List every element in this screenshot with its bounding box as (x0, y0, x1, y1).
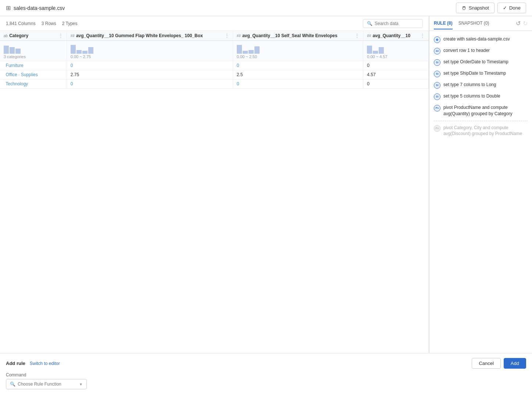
col-header-avg1: ##avg_Quantity__10 Gummed Flap White Env… (67, 31, 233, 41)
histogram-avg2-label: 0.00 ~ 2.50 (237, 54, 360, 59)
types-stat: 2 Types (62, 21, 78, 26)
snapshot-icon (461, 6, 467, 11)
tab-rule[interactable]: RULE (8) (434, 18, 453, 29)
rule-icon-st-1: St (434, 59, 440, 66)
rule-item-4[interactable]: St set type ShipDate to Timestamp (429, 68, 532, 79)
top-bar-right: Snapshot ✓ Done (456, 3, 526, 13)
command-input-wrap[interactable]: 🔍 ▼ (6, 379, 87, 389)
done-button[interactable]: ✓ Done (497, 3, 526, 13)
search-icon: 🔍 (367, 21, 372, 26)
tab-actions: ↺ ↻ (516, 20, 528, 27)
tab-snapshot[interactable]: SNAPSHOT (0) (458, 18, 489, 29)
col-sort-avg1[interactable]: ⋮ (225, 33, 229, 38)
main-layout: 1,841 Columns 3 Rows 2 Types 🔍 abCategor… (0, 16, 532, 353)
undo-button[interactable]: ↺ (516, 20, 521, 27)
add-rule-label: Add rule (6, 361, 25, 366)
cell-avg1-3: 0 (67, 79, 233, 89)
chevron-down-icon: ▼ (79, 382, 83, 386)
command-input[interactable] (18, 382, 78, 387)
command-label: Command (6, 372, 526, 377)
right-panel-tabs: RULE (8) SNAPSHOT (0) ↺ ↻ (429, 16, 532, 31)
table-row: · Technology 0 0 0 (0, 79, 429, 89)
rows-stat: 3 Rows (42, 21, 56, 26)
top-bar: ⊞ sales-data-sample.csv Snapshot ✓ Done (0, 0, 532, 16)
bottom-toolbar-left: Add rule Switch to editor (6, 361, 60, 366)
data-stats: 1,841 Columns 3 Rows 2 Types (6, 21, 78, 26)
col-header-category: abCategory ⋮ (0, 31, 67, 41)
rule-icon-create: ⊕ (434, 36, 440, 43)
rule-icon-pivot-1: Pv (434, 105, 440, 111)
table-row: · Office · Supplies 2.75 2.5 4.57 (0, 70, 429, 79)
rule-text-4: set type ShipDate to Timestamp (443, 70, 506, 77)
redo-button[interactable]: ↻ (523, 20, 528, 27)
rule-item-1[interactable]: ⊕ create with sales-data-sample.csv (429, 34, 532, 45)
rule-icon-44: 44 (434, 48, 440, 54)
rule-text-2: convert row 1 to header (443, 47, 490, 54)
col-sort-avg3[interactable]: ⋮ (420, 33, 425, 38)
cell-cat-3: · Technology (0, 79, 67, 89)
rule-icon-st-2: St (434, 71, 440, 77)
rule-icon-st-4: St (434, 93, 440, 100)
rule-icon-pending-1: Pv (434, 125, 440, 132)
bottom-panel: Add rule Switch to editor Cancel Add Com… (0, 353, 532, 397)
rule-text-6: set type 5 columns to Double (443, 93, 500, 99)
rule-item-pending-1[interactable]: Pv pivot Category, City and compute avg(… (429, 123, 532, 139)
rule-text-3: set type OrderDate to Timestamp (443, 59, 508, 65)
switch-editor-link[interactable]: Switch to editor (30, 361, 60, 366)
rule-icon-st-3: St (434, 82, 440, 89)
histogram-avg3: 0.00 ~ 4.57 (363, 41, 429, 61)
cell-cat-1: · Furniture (0, 61, 67, 70)
command-section: Command 🔍 ▼ (6, 372, 526, 389)
file-title: sales-data-sample.csv (14, 5, 65, 11)
rule-text-7: pivot ProductName and compute avg(Quanti… (443, 104, 528, 117)
cell-avg3-3: 0 (363, 79, 429, 89)
rule-item-6[interactable]: St set type 5 columns to Double (429, 91, 532, 102)
add-button[interactable]: Add (504, 358, 526, 369)
bottom-toolbar: Add rule Switch to editor Cancel Add (6, 358, 526, 369)
checkmark-icon: ✓ (503, 5, 507, 11)
cell-avg3-2: 4.57 (363, 70, 429, 79)
rule-text-pending-1: pivot Category, City and compute avg(Dis… (443, 125, 528, 137)
right-panel: RULE (8) SNAPSHOT (0) ↺ ↻ ⊕ create with … (429, 16, 532, 353)
data-toolbar: 1,841 Columns 3 Rows 2 Types 🔍 (0, 16, 429, 31)
histogram-avg1-label: 0.00 ~ 2.75 (71, 54, 229, 59)
cell-avg2-2: 2.5 (233, 70, 363, 79)
histogram-cat-label: 3 categories (4, 54, 63, 59)
rule-item-5[interactable]: St set type 7 columns to Long (429, 79, 532, 91)
rule-item-3[interactable]: St set type OrderDate to Timestamp (429, 57, 532, 68)
rule-divider (434, 121, 528, 121)
histogram-cat: 3 categories (0, 41, 67, 61)
col-header-avg3: ##avg_Quantity__10 ⋮ (363, 31, 429, 41)
snapshot-button[interactable]: Snapshot (456, 3, 494, 13)
cell-avg2-1: 0 (233, 61, 363, 70)
rule-text-1: create with sales-data-sample.csv (443, 36, 510, 42)
col-sort-avg2[interactable]: ⋮ (355, 33, 359, 38)
command-search-icon: 🔍 (10, 382, 15, 387)
rule-text-5: set type 7 columns to Long (443, 82, 496, 88)
svg-point-0 (463, 7, 465, 10)
rule-item-7[interactable]: Pv pivot ProductName and compute avg(Qua… (429, 102, 532, 119)
data-table: abCategory ⋮ ##avg_Quantity__10 Gummed F… (0, 31, 429, 89)
rules-list: ⊕ create with sales-data-sample.csv 44 c… (429, 31, 532, 353)
search-input[interactable] (375, 21, 419, 26)
col-sort-category[interactable]: ⋮ (58, 33, 63, 38)
cell-avg1-2: 2.75 (67, 70, 233, 79)
histogram-avg3-label: 0.00 ~ 4.57 (367, 54, 425, 59)
columns-stat: 1,841 Columns (6, 21, 36, 26)
histogram-avg2: 0.00 ~ 2.50 (233, 41, 363, 61)
cell-cat-2: · Office · Supplies (0, 70, 67, 79)
cell-avg3-1: 0 (363, 61, 429, 70)
histogram-avg1: 0.00 ~ 2.75 (67, 41, 233, 61)
cancel-button[interactable]: Cancel (472, 358, 500, 369)
bottom-toolbar-right: Cancel Add (472, 358, 526, 369)
col-header-avg2: ##avg_Quantity__10 Self_Seal White Envel… (233, 31, 363, 41)
table-row: · Furniture 0 0 0 (0, 61, 429, 70)
cell-avg2-3: 0 (233, 79, 363, 89)
search-box[interactable]: 🔍 (363, 19, 423, 28)
cell-avg1-1: 0 (67, 61, 233, 70)
data-table-wrapper: abCategory ⋮ ##avg_Quantity__10 Gummed F… (0, 31, 429, 353)
top-bar-left: ⊞ sales-data-sample.csv (6, 4, 65, 11)
data-panel: 1,841 Columns 3 Rows 2 Types 🔍 abCategor… (0, 16, 429, 353)
file-icon: ⊞ (6, 4, 11, 11)
rule-item-2[interactable]: 44 convert row 1 to header (429, 45, 532, 57)
